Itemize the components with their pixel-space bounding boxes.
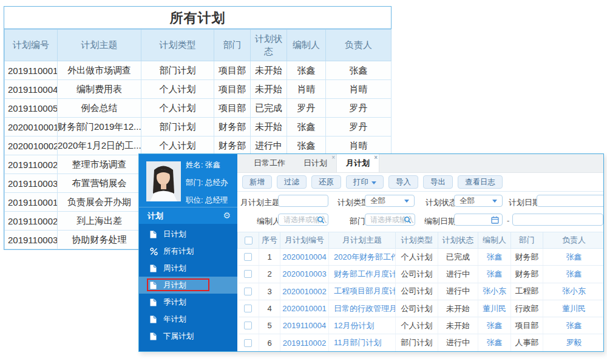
plan-id-link[interactable]: 2019110004	[280, 317, 329, 334]
plan-id-link[interactable]: 2019110002	[280, 334, 329, 351]
col-department: 部门	[214, 30, 251, 61]
person-link[interactable]: 张鑫	[543, 317, 604, 334]
person-link[interactable]: 张鑫	[478, 317, 511, 334]
cell: 编制费用表	[58, 80, 141, 99]
export-button[interactable]: 导出	[423, 175, 453, 189]
cell: 公司计划	[396, 266, 438, 283]
person-link[interactable]: 董川民	[543, 300, 604, 317]
view-log-button[interactable]: 查看日志	[458, 175, 503, 189]
filter-button[interactable]: 过滤	[277, 175, 307, 189]
person-link[interactable]: 张鑫	[478, 266, 511, 283]
row-checkbox[interactable]	[244, 253, 252, 261]
plan-subject-link[interactable]: 财务部工作月度计划	[329, 266, 396, 283]
row-checkbox[interactable]	[244, 339, 252, 347]
cell: 2019110001	[5, 61, 58, 80]
sidebar-item-下属计划[interactable]: 下属计划	[139, 328, 237, 345]
close-icon[interactable]: ×	[331, 155, 335, 161]
cell: 2019110003	[5, 231, 58, 249]
sidebar-item-周计划[interactable]: 周计划	[139, 260, 237, 277]
creator-filter-input[interactable]: 请选择或输入	[278, 214, 328, 226]
col-plan-status: 计划状态	[438, 232, 478, 249]
sidebar-item-label: 周计划	[163, 263, 186, 274]
sidebar-section-plan: 计划 ⚙	[139, 207, 237, 224]
person-link[interactable]: 董川民	[478, 300, 511, 317]
row-checkbox[interactable]	[244, 305, 252, 312]
plan-subject-link[interactable]: 日常的行政管理月计划	[329, 300, 396, 317]
cell: 财务部	[214, 136, 251, 155]
cell: 肖晴	[326, 80, 392, 99]
col-plan-id: 月计划编号	[280, 232, 329, 249]
row-checkbox[interactable]	[244, 270, 252, 278]
row-checkbox-cell	[238, 334, 259, 351]
sidebar-menu: 日计划所有计划周计划月计划季计划年计划下属计划	[139, 224, 237, 351]
table-row: 32020010002工程项目部月度计划公司计划进行中张小东工程部张小东	[238, 283, 604, 300]
search-icon[interactable]	[317, 216, 325, 224]
status-filter-select[interactable]: 全部	[454, 195, 503, 207]
sidebar-item-季计划[interactable]: 季计划	[139, 294, 237, 311]
cell: 个人计划	[141, 99, 214, 118]
file-icon	[150, 281, 158, 289]
table-row: 2019110005例会总结个人计划项目部已完成罗丹罗丹	[5, 99, 392, 118]
tab-label: 日常工作	[254, 158, 285, 167]
col-plan-subject: 月计划主题	[329, 232, 396, 249]
cell: 未开始	[251, 61, 287, 80]
sidebar-item-所有计划[interactable]: 所有计划	[139, 243, 237, 260]
sidebar: 姓名: 张鑫 部门: 总经办 职位: 总经理 计划 ⚙ 日计划所有计划周计划月计…	[139, 154, 237, 351]
plan-id-link[interactable]: 2020010002	[280, 283, 329, 300]
import-button[interactable]: 导入	[388, 175, 418, 189]
sidebar-section-label: 计划	[148, 211, 163, 220]
select-value: 全部	[459, 197, 475, 205]
tab-month-plan[interactable]: 月计划 ×	[336, 154, 379, 172]
person-link[interactable]: 张鑫	[543, 266, 604, 283]
person-link[interactable]: 罗毅	[543, 334, 604, 351]
plan-id-link[interactable]: 2020010004	[280, 249, 329, 266]
cell: 例会总结	[58, 99, 141, 118]
plan-id-link[interactable]: 2020010003	[280, 266, 329, 283]
caret-down-icon	[492, 200, 497, 203]
print-button[interactable]: 打印	[346, 175, 384, 189]
plan-subject-link[interactable]: 11月部门计划	[329, 334, 396, 351]
sidebar-item-label: 季计划	[163, 297, 186, 308]
person-link[interactable]: 张鑫	[478, 249, 511, 266]
col-creator: 编制人	[287, 30, 326, 61]
person-link[interactable]: 张小东	[543, 283, 604, 300]
select-all-checkbox[interactable]	[245, 237, 253, 244]
plan-subject-link[interactable]: 工程项目部月度计划	[329, 283, 396, 300]
cell: 外出做市场调查	[58, 61, 141, 80]
sidebar-item-年计划[interactable]: 年计划	[139, 311, 237, 328]
tab-daily-work[interactable]: 日常工作	[245, 154, 294, 172]
profile-info: 姓名: 张鑫 部门: 总经办 职位: 总经理	[186, 160, 228, 213]
tab-label: 日计划	[304, 158, 327, 167]
create-date-to-input[interactable]	[512, 214, 603, 226]
calendar-icon[interactable]	[491, 216, 499, 224]
cell: 2019110001	[5, 193, 58, 212]
close-icon[interactable]: ×	[374, 155, 378, 161]
create-date-from-input[interactable]	[454, 214, 503, 226]
cell: 2020010001	[5, 118, 58, 136]
sidebar-item-label: 所有计划	[163, 246, 194, 257]
plan-date-filter-input[interactable]	[537, 195, 603, 207]
gear-icon[interactable]: ⚙	[223, 207, 231, 224]
plan-subject-link[interactable]: 2020年财务部工作月...	[329, 249, 396, 266]
select-value: 全部	[370, 197, 385, 205]
person-link[interactable]: 张鑫	[543, 249, 604, 266]
subject-filter-input[interactable]	[278, 195, 328, 207]
main-content: 日常工作 日计划 × 月计划 × 新增 过滤 还原 打印 导入 导出 查看日志 …	[237, 154, 603, 351]
person-link[interactable]: 张小东	[478, 283, 511, 300]
sidebar-item-月计划[interactable]: 月计划	[139, 277, 237, 294]
reset-button[interactable]: 还原	[311, 175, 341, 189]
person-link[interactable]: 张鑫	[478, 334, 511, 351]
plan-id-link[interactable]: 2020010001	[280, 300, 329, 317]
plan-subject-link[interactable]: 12月份计划	[329, 317, 396, 334]
add-button[interactable]: 新增	[242, 175, 272, 189]
search-icon[interactable]	[404, 216, 412, 224]
row-checkbox[interactable]	[244, 322, 252, 329]
file-icon	[150, 315, 158, 323]
type-filter-select[interactable]: 全部	[365, 195, 415, 207]
table-row: 2020010001财务部门2019年12...部门计划财务部未开始张鑫罗丹	[5, 118, 392, 136]
sidebar-item-日计划[interactable]: 日计划	[139, 226, 237, 243]
cell: 进行中	[438, 334, 478, 351]
tab-day-plan[interactable]: 日计划 ×	[294, 154, 336, 172]
dept-filter-input[interactable]: 请选择或输入	[365, 214, 415, 226]
row-checkbox[interactable]	[244, 288, 252, 295]
